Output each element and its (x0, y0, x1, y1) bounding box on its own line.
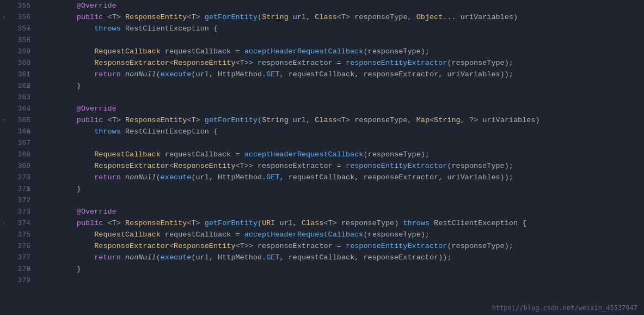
line-num-text: 377 (18, 253, 30, 262)
code-lines: 355 @Override↑356 public <T> ResponseEnt… (0, 0, 644, 286)
gutter-arrow-icon: ↑ (2, 220, 6, 227)
line-number: 361 (0, 70, 37, 78)
line-num-text: 356 (18, 13, 30, 21)
line-number: 368 (0, 150, 37, 159)
fold-icon[interactable]: ⊖ (27, 83, 30, 89)
code-row: ↑356 public <T> ResponseEntity<T> getFor… (0, 11, 644, 23)
line-number: ⊖362 (0, 82, 37, 90)
line-content: RequestCallback requestCallback = accept… (37, 229, 644, 240)
code-row: 375 RequestCallback requestCallback = ac… (0, 229, 644, 240)
line-num-text: 360 (18, 59, 30, 67)
code-row: ⊖371 } (0, 183, 644, 195)
code-row: 370 return nonNull(execute(url, HttpMeth… (0, 172, 644, 183)
line-num-text: 372 (18, 196, 30, 204)
code-row: 367 (0, 137, 644, 149)
line-number: 373 (0, 208, 37, 216)
line-number: ↑365 (0, 116, 37, 124)
code-row: 369 ResponseExtractor<ResponseEntity<T>>… (0, 160, 644, 172)
code-row: 376 ResponseExtractor<ResponseEntity<T>>… (0, 240, 644, 252)
code-row: 377 return nonNull(execute(url, HttpMeth… (0, 252, 644, 263)
code-row: 379 (0, 275, 644, 286)
code-row: ⊖357 throws RestClientException { (0, 23, 644, 34)
line-number: 355 (0, 2, 37, 10)
line-number: ⊖378 (0, 265, 37, 273)
gutter-arrow-icon: ↑ (2, 117, 6, 124)
line-number: 376 (0, 242, 37, 250)
line-num-text: 364 (18, 105, 30, 113)
watermark: https://blog.csdn.net/weixin_45537947 (492, 304, 637, 312)
code-row: ↑365 public <T> ResponseEntity<T> getFor… (0, 114, 644, 126)
line-number: 379 (0, 276, 37, 284)
line-content: return nonNull(execute(url, HttpMethod.G… (37, 69, 644, 80)
line-number: 360 (0, 59, 37, 67)
line-content: ResponseExtractor<ResponseEntity<T>> res… (37, 160, 644, 172)
code-row: 361 return nonNull(execute(url, HttpMeth… (0, 69, 644, 80)
line-num-text: 365 (18, 116, 30, 124)
line-content: return nonNull(execute(url, HttpMethod.G… (37, 252, 644, 263)
line-number: 358 (0, 36, 37, 44)
code-row: ⊖362 } (0, 80, 644, 92)
line-number: ⊖357 (0, 25, 37, 33)
code-row: 364 @Override (0, 103, 644, 114)
line-number: 377 (0, 253, 37, 262)
line-number: ↑356 (0, 13, 37, 21)
line-content: } (37, 263, 644, 275)
line-content: public <T> ResponseEntity<T> getForEntit… (37, 11, 644, 23)
code-row: 368 RequestCallback requestCallback = ac… (0, 149, 644, 160)
code-row: 373 @Override (0, 206, 644, 217)
line-content: } (37, 80, 644, 92)
line-num-text: 358 (18, 36, 30, 44)
line-number: 372 (0, 196, 37, 204)
line-content: public <T> ResponseEntity<T> getForEntit… (37, 217, 644, 229)
line-num-text: 367 (18, 139, 30, 147)
fold-icon[interactable]: ⊖ (27, 26, 30, 32)
line-content: } (37, 183, 644, 195)
line-content: @Override (37, 0, 644, 11)
line-content: public <T> ResponseEntity<T> getForEntit… (37, 114, 644, 126)
line-num-text: 369 (18, 162, 30, 170)
line-number: 364 (0, 105, 37, 113)
line-num-text: 375 (18, 231, 30, 239)
line-content: ResponseExtractor<ResponseEntity<T>> res… (37, 240, 644, 252)
line-num-text: 374 (18, 219, 30, 227)
line-num-text: 363 (18, 93, 30, 101)
code-row: ⊖378 } (0, 263, 644, 275)
line-num-text: 373 (18, 208, 30, 216)
line-number: 370 (0, 173, 37, 181)
line-content: RequestCallback requestCallback = accept… (37, 46, 644, 57)
line-content: ResponseExtractor<ResponseEntity<T>> res… (37, 57, 644, 69)
line-content: throws RestClientException { (37, 126, 644, 137)
line-num-text: 361 (18, 70, 30, 78)
line-content: @Override (37, 206, 644, 217)
line-num-text: 370 (18, 173, 30, 181)
fold-icon[interactable]: ⊖ (27, 266, 30, 272)
line-number: 359 (0, 47, 37, 56)
code-row: 359 RequestCallback requestCallback = ac… (0, 46, 644, 57)
line-num-text: 376 (18, 242, 30, 250)
line-number: 363 (0, 93, 37, 101)
line-number: ⊖371 (0, 185, 37, 193)
line-content: @Override (37, 103, 644, 114)
line-content: RequestCallback requestCallback = accept… (37, 149, 644, 160)
code-row: 355 @Override (0, 0, 644, 11)
code-row: ⊖366 throws RestClientException { (0, 126, 644, 137)
fold-icon[interactable]: ⊖ (27, 186, 30, 192)
fold-icon[interactable]: ⊖ (27, 129, 30, 135)
code-row: 360 ResponseExtractor<ResponseEntity<T>>… (0, 57, 644, 69)
line-number: ⊖366 (0, 128, 37, 136)
gutter-arrow-icon: ↑ (2, 14, 6, 21)
line-content: throws RestClientException { (37, 23, 644, 34)
line-number: 375 (0, 231, 37, 239)
line-number: 369 (0, 162, 37, 170)
line-num-text: 359 (18, 47, 30, 56)
code-row: 372 (0, 195, 644, 206)
line-num-text: 368 (18, 150, 30, 159)
line-num-text: 379 (18, 276, 30, 284)
line-number: ↑374 (0, 219, 37, 227)
code-row: ↑374 public <T> ResponseEntity<T> getFor… (0, 217, 644, 229)
line-content: return nonNull(execute(url, HttpMethod.G… (37, 172, 644, 183)
line-number: 367 (0, 139, 37, 147)
line-num-text: 355 (18, 2, 30, 10)
code-row: 363 (0, 92, 644, 103)
code-editor: 355 @Override↑356 public <T> ResponseEnt… (0, 0, 644, 315)
